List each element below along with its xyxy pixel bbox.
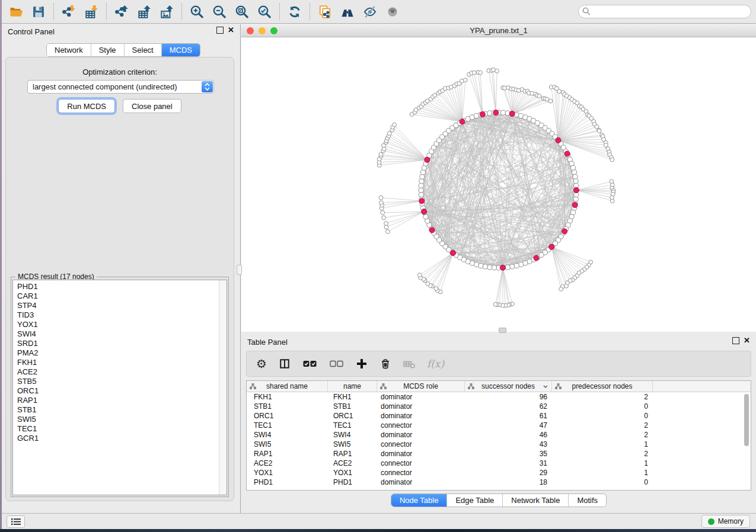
network-node[interactable] <box>379 152 383 156</box>
network-node[interactable] <box>426 282 430 286</box>
mcds-result-item[interactable]: FKH1 <box>17 358 227 367</box>
table-row[interactable]: TEC1TEC1connector472 <box>247 421 751 430</box>
table-row[interactable]: SWI5SWI5connector431 <box>247 440 751 449</box>
network-node[interactable] <box>557 89 562 94</box>
network-node[interactable] <box>610 199 614 203</box>
network-node[interactable] <box>464 78 468 82</box>
refresh-button[interactable] <box>285 2 304 21</box>
network-canvas[interactable] <box>241 37 756 332</box>
criterion-select[interactable]: largest connected component (undirected) <box>27 80 214 94</box>
deselect-all-button[interactable] <box>329 358 344 369</box>
network-node[interactable] <box>381 211 385 215</box>
tab-motifs[interactable]: Motifs <box>569 494 606 507</box>
tab-select[interactable]: Select <box>125 44 162 56</box>
network-node[interactable] <box>419 179 424 184</box>
mcds-result-item[interactable]: TID3 <box>17 310 227 320</box>
save-session-button[interactable] <box>29 2 48 21</box>
mcds-result-item[interactable]: SRD1 <box>17 339 227 348</box>
network-node[interactable] <box>479 263 483 268</box>
tab-node-table[interactable]: Node Table <box>391 494 448 507</box>
column-selector-button[interactable] <box>279 358 291 369</box>
network-node[interactable] <box>483 264 487 269</box>
network-node[interactable] <box>493 303 497 307</box>
first-neighbors-button[interactable] <box>338 2 357 21</box>
window-zoom-icon[interactable] <box>270 27 277 34</box>
network-node[interactable] <box>514 263 519 268</box>
mcds-list-scrollbar[interactable] <box>219 280 227 495</box>
table-scrollbar[interactable] <box>743 393 750 490</box>
mcds-result-item[interactable]: SWI4 <box>17 329 227 339</box>
tab-style[interactable]: Style <box>91 44 125 56</box>
network-node[interactable] <box>379 196 383 200</box>
table-mode-button[interactable]: ⚙ <box>256 358 267 370</box>
network-node[interactable] <box>434 287 438 291</box>
network-node[interactable] <box>537 94 541 98</box>
mcds-result-item[interactable]: TEC1 <box>17 424 227 434</box>
network-node[interactable] <box>417 273 422 277</box>
column-header-shared-name[interactable]: shared name <box>247 381 328 392</box>
create-column-button[interactable] <box>356 358 368 369</box>
network-node[interactable] <box>474 113 479 118</box>
column-header-name[interactable]: name <box>328 381 377 392</box>
control-panel-close-icon[interactable]: ✕ <box>228 27 234 34</box>
column-header-MCDS-role[interactable]: MCDS role <box>377 381 465 392</box>
window-close-icon[interactable] <box>247 27 254 34</box>
network-node[interactable] <box>420 174 425 179</box>
network-node[interactable] <box>570 165 575 170</box>
table-row[interactable]: FKH1FKH1dominator962 <box>247 392 751 402</box>
network-node[interactable] <box>564 284 569 288</box>
select-all-button[interactable] <box>302 358 317 369</box>
network-node[interactable] <box>420 170 425 175</box>
export-network-button[interactable] <box>112 2 131 21</box>
network-node[interactable] <box>495 69 499 73</box>
network-node[interactable] <box>386 230 390 234</box>
mcds-node[interactable] <box>572 203 578 208</box>
table-row[interactable]: PHD1PHD1dominator180 <box>247 477 751 487</box>
mcds-result-item[interactable]: STB1 <box>17 405 227 415</box>
network-node[interactable] <box>548 99 553 103</box>
hide-selected-button[interactable] <box>361 2 379 21</box>
table-scrollbar-thumb[interactable] <box>744 394 749 446</box>
mcds-result-item[interactable]: CAR1 <box>17 291 227 301</box>
mcds-node[interactable] <box>429 227 435 233</box>
clone-network-button[interactable] <box>315 2 334 21</box>
window-minimize-icon[interactable] <box>259 27 266 34</box>
mcds-node[interactable] <box>564 151 570 156</box>
tab-network[interactable]: Network <box>47 44 91 56</box>
memory-button[interactable]: Memory <box>701 515 750 528</box>
network-node[interactable] <box>519 262 524 267</box>
table-row[interactable]: ACE2ACE2connector311 <box>247 459 751 468</box>
table-row[interactable]: YOX1YOX1connector291 <box>247 468 751 477</box>
network-node[interactable] <box>384 225 388 229</box>
mcds-result-item[interactable]: STB5 <box>17 377 227 386</box>
mcds-result-item[interactable]: YOX1 <box>17 320 227 329</box>
network-node[interactable] <box>597 129 601 133</box>
mcds-result-item[interactable]: RAP1 <box>17 396 227 405</box>
network-node[interactable] <box>379 201 384 205</box>
zoom-selected-button[interactable] <box>255 2 274 21</box>
network-node[interactable] <box>573 174 578 179</box>
mcds-node[interactable] <box>425 157 430 162</box>
mcds-node[interactable] <box>549 244 554 249</box>
mcds-result-item[interactable]: SWI5 <box>17 415 227 424</box>
table-panel-close-icon[interactable]: ✕ <box>744 337 750 344</box>
network-node[interactable] <box>419 193 423 197</box>
mcds-result-item[interactable]: GCR1 <box>17 434 227 443</box>
import-network-button[interactable] <box>59 2 78 21</box>
network-node[interactable] <box>559 287 563 291</box>
network-node[interactable] <box>573 197 578 201</box>
network-node[interactable] <box>382 216 386 220</box>
table-panel-float-icon[interactable] <box>732 337 739 344</box>
mcds-node[interactable] <box>500 265 505 270</box>
search-input[interactable] <box>578 5 751 18</box>
table-row[interactable]: SWI4SWI4dominator462 <box>247 430 751 440</box>
mcds-node[interactable] <box>422 209 427 214</box>
network-node[interactable] <box>384 222 388 226</box>
run-mcds-button[interactable]: Run MCDS <box>58 99 115 113</box>
mcds-node[interactable] <box>574 188 579 193</box>
network-node[interactable] <box>572 170 576 175</box>
network-node[interactable] <box>479 70 483 75</box>
zoom-out-button[interactable] <box>210 2 229 21</box>
network-node[interactable] <box>419 183 423 188</box>
network-node[interactable] <box>487 265 492 270</box>
